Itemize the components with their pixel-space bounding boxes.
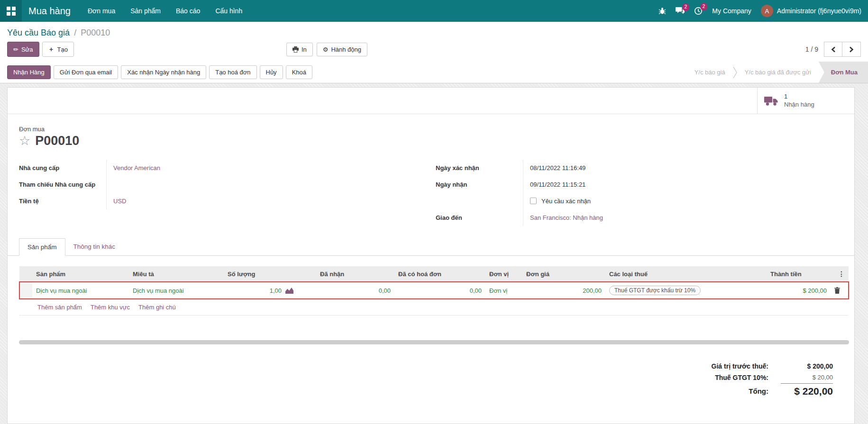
empty-label	[436, 193, 523, 209]
total-value: $ 220,00	[781, 383, 833, 399]
cancel-button[interactable]: Hủy	[260, 65, 283, 79]
user-avatar: A	[761, 5, 773, 17]
create-bill-button[interactable]: Tạo hoá đơn	[209, 65, 256, 79]
row-handle-cell[interactable]	[19, 282, 32, 299]
receipt-date-value[interactable]: 09/11/2022 11:15:21	[523, 181, 585, 188]
vendor-link[interactable]: Vendor American	[113, 164, 160, 171]
billed-column-header[interactable]: Đã có hoá đơn	[394, 266, 485, 282]
receipt-count: 1	[784, 93, 814, 100]
breadcrumb-parent-link[interactable]: Yêu cầu Báo giá	[7, 28, 70, 37]
menu-don-mua[interactable]: Đơn mua	[80, 0, 123, 22]
forecast-column-header	[297, 266, 316, 282]
optional-columns-kebab-icon[interactable]: ⋮	[831, 266, 849, 282]
row-quantity-cell[interactable]: 1,00	[224, 282, 297, 299]
add-section-link[interactable]: Thêm khu vực	[91, 304, 130, 311]
main-menu: Đơn mua Sản phẩm Báo cáo Cấu hình	[80, 0, 250, 22]
breadcrumb-current: P00010	[81, 28, 110, 37]
chevron-left-icon	[831, 46, 836, 53]
pencil-icon: ✏	[13, 46, 18, 53]
table-footer-links-row: Thêm sản phẩm Thêm khu vực Thêm ghi chú	[19, 299, 849, 316]
menu-cau-hinh[interactable]: Cấu hình	[208, 0, 250, 22]
forecast-chart-icon[interactable]	[285, 287, 293, 294]
table-header-row: Sản phẩm Miêu tả Số lượng Đã nhận Đã có …	[19, 266, 849, 282]
pager-previous-button[interactable]	[824, 42, 842, 57]
apps-grid-icon	[7, 7, 16, 16]
edit-button[interactable]: ✏ Sửa	[7, 42, 39, 57]
company-switcher[interactable]: My Company	[712, 7, 751, 15]
row-forecast-spacer-cell	[297, 282, 316, 299]
receipt-smart-button[interactable]: 1 Nhận hàng	[757, 88, 854, 114]
add-note-link[interactable]: Thêm ghi chú	[138, 304, 176, 311]
receipt-label: Nhận hàng	[784, 101, 814, 108]
truck-icon	[764, 95, 778, 106]
row-description-cell[interactable]: Dịch vụ mua ngoài	[129, 282, 224, 299]
printer-icon	[292, 46, 299, 53]
row-received-cell[interactable]: 0,00	[316, 282, 394, 299]
vendor-label: Nhà cung cấp	[19, 160, 107, 176]
menu-san-pham[interactable]: Sản phẩm	[123, 0, 168, 22]
state-rfq-sent[interactable]: Y/c báo giá đã được gửi	[737, 62, 819, 83]
document-type-label: Đơn mua	[19, 126, 843, 133]
print-button[interactable]: In	[286, 43, 313, 56]
status-pipeline: Y/c báo giá Y/c báo giá đã được gửi Đơn …	[687, 62, 868, 83]
apps-menu-button[interactable]	[0, 0, 22, 22]
currency-link[interactable]: USD	[113, 198, 126, 205]
row-subtotal-cell[interactable]: $ 200,00	[767, 282, 831, 299]
right-field-group: Ngày xác nhận 08/11/2022 11:16:49 Ngày n…	[436, 160, 826, 226]
received-column-header[interactable]: Đã nhận	[316, 266, 394, 282]
tab-other-info[interactable]: Thông tin khác	[65, 238, 124, 255]
state-purchase-order[interactable]: Đơn Mua	[819, 62, 868, 83]
send-by-email-button[interactable]: Gửi Đơn qua email	[54, 65, 118, 79]
confirmation-date-value[interactable]: 08/11/2022 11:16:49	[523, 164, 585, 171]
row-unit-price-cell[interactable]: 200,00	[522, 282, 605, 299]
ask-confirmation-checkbox[interactable]	[530, 198, 537, 204]
app-brand[interactable]: Mua hàng	[22, 6, 80, 17]
deliver-to-label: Giao đến	[436, 209, 523, 226]
chevron-separator-icon	[733, 62, 737, 83]
row-uom-cell[interactable]: Đơn vị	[485, 282, 522, 299]
pager-next-button[interactable]	[842, 42, 861, 57]
tab-products[interactable]: Sản phẩm	[19, 238, 65, 256]
menu-bao-cao[interactable]: Báo cáo	[168, 0, 208, 22]
activity-clock-icon[interactable]: 2	[694, 7, 703, 15]
navbar-systray: 2 2 My Company A Administrator (fj6nyue0…	[658, 5, 868, 17]
user-menu[interactable]: A Administrator (fj6nyue0vi9m)	[761, 5, 861, 17]
product-column-header[interactable]: Sản phẩm	[32, 266, 129, 282]
uom-column-header[interactable]: Đơn vị	[485, 266, 522, 282]
row-billed-cell[interactable]: 0,00	[394, 282, 485, 299]
create-button[interactable]: ＋ Tạo	[42, 42, 74, 57]
subtotal-column-header[interactable]: Thành tiền	[767, 266, 831, 282]
quantity-column-header[interactable]: Số lượng	[224, 266, 297, 282]
deliver-to-link[interactable]: San Francisco: Nhận hàng	[530, 214, 603, 221]
row-product-cell[interactable]: Dịch vụ mua ngoài	[32, 282, 129, 299]
trash-icon[interactable]	[834, 287, 844, 294]
tax-amount-label: Thuế GTGT 10%:	[712, 372, 781, 383]
confirm-receipt-date-button[interactable]: Xác nhận Ngày nhận hàng	[121, 65, 206, 79]
currency-label: Tiền tệ	[19, 193, 107, 209]
action-button[interactable]: ⚙ Hành động	[317, 43, 367, 56]
taxes-column-header[interactable]: Các loại thuế	[605, 266, 767, 282]
messages-icon[interactable]: 2	[676, 7, 685, 15]
pager-count: 1 / 9	[805, 45, 818, 53]
debug-bug-icon[interactable]	[658, 7, 666, 15]
control-panel: ✏ Sửa ＋ Tạo In ⚙ Hành động 1 / 9	[0, 42, 868, 62]
button-box: 1 Nhận hàng	[8, 88, 854, 114]
horizontal-scrollbar[interactable]	[19, 340, 849, 344]
gear-icon: ⚙	[323, 46, 329, 53]
add-product-link[interactable]: Thêm sản phẩm	[37, 304, 82, 311]
description-column-header[interactable]: Miêu tả	[129, 266, 224, 282]
lock-button[interactable]: Khoá	[286, 65, 312, 79]
left-field-group: Nhà cung cấp Vendor American Tham chiếu …	[19, 160, 409, 226]
row-delete-cell[interactable]	[831, 282, 849, 299]
totals-block: Giá trị trước thuế: $ 200,00 Thuế GTGT 1…	[8, 361, 833, 399]
form-sheet: 1 Nhận hàng Đơn mua ☆ P00010 Nhà cung cấ…	[7, 87, 855, 424]
tax-tag: Thuế GTGT được khấu trừ 10%	[609, 286, 701, 295]
row-taxes-cell[interactable]: Thuế GTGT được khấu trừ 10%	[605, 282, 767, 299]
unit-price-column-header[interactable]: Đơn giá	[522, 266, 605, 282]
state-rfq[interactable]: Y/c báo giá	[687, 62, 733, 83]
receive-products-button[interactable]: Nhận Hàng	[7, 65, 51, 79]
field-groups: Nhà cung cấp Vendor American Tham chiếu …	[8, 148, 854, 226]
messages-badge: 2	[682, 3, 690, 11]
favorite-star-icon[interactable]: ☆	[19, 135, 30, 147]
order-line-row-highlighted[interactable]: Dịch vụ mua ngoài Dịch vụ mua ngoài 1,00…	[19, 282, 849, 299]
